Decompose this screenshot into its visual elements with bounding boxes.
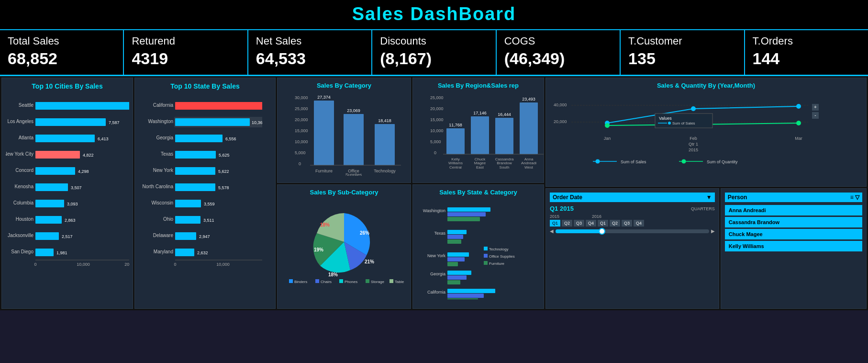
svg-text:Storage: Storage [371, 280, 385, 284]
svg-rect-24 [446, 128, 465, 154]
quarters-label: QUARTERS [691, 206, 715, 211]
svg-text:New York City: New York City [6, 151, 33, 157]
svg-text:18%: 18% [328, 272, 338, 277]
svg-text:3,093: 3,093 [67, 202, 78, 206]
q2-2016-btn[interactable]: Q2 [610, 220, 620, 227]
svg-text:Magee: Magee [474, 161, 486, 165]
kpi-value-0: 68,852 [8, 49, 115, 68]
svg-text:3,511: 3,511 [203, 218, 214, 223]
svg-text:Sum of Quantity: Sum of Quantity [707, 159, 738, 164]
svg-text:21%: 21% [365, 259, 374, 264]
sales-by-subcategory-panel: Sales By Sub-Category 26% 21% 18% 19% 18 [277, 184, 411, 309]
person-item-0[interactable]: Anna Andreadi [725, 205, 862, 216]
svg-text:26%: 26% [360, 230, 369, 236]
q1-2016-btn[interactable]: Q1 [598, 220, 608, 227]
svg-text:Columbia: Columbia [13, 200, 34, 205]
svg-text:10,000: 10,000 [77, 262, 90, 267]
top-cities-chart: Seattle 10,313 Los Angeles 7,587 Atlanta… [6, 93, 129, 280]
svg-rect-99 [175, 200, 201, 207]
kpi-card-6: T.Orders 144 [745, 30, 868, 75]
svg-rect-10 [344, 114, 364, 165]
sales-by-category-panel: Sales By Category 30,000 25,000 20,000 1… [277, 78, 411, 183]
svg-text:20,000: 20,000 [430, 106, 444, 111]
kpi-card-1: Returend 4319 [124, 30, 248, 75]
sales-by-region-chart: 25,000 20,000 15,000 10,000 5,000 0 11,7… [417, 92, 548, 176]
svg-point-119 [691, 106, 696, 111]
person-filter-title: Person ≡ ▽ [725, 193, 862, 202]
svg-text:North Carolina: North Carolina [143, 184, 174, 189]
q4-2015-btn[interactable]: Q4 [586, 220, 596, 227]
svg-rect-153 [339, 279, 343, 283]
kpi-row: Total Sales 68,852 Returend 4319 Net Sal… [0, 30, 868, 76]
person-item-2[interactable]: Chuck Magee [725, 229, 862, 239]
svg-rect-178 [447, 298, 478, 299]
svg-text:Furniture: Furniture [315, 169, 333, 173]
svg-text:Seattle: Seattle [19, 102, 34, 108]
q3-2016-btn[interactable]: Q3 [622, 220, 632, 227]
svg-text:Williams: Williams [448, 161, 463, 165]
date-slider-row[interactable]: ◀ ▶ [550, 228, 715, 234]
svg-text:Washington: Washington [148, 119, 173, 124]
order-date-filter-title: Order Date ▼ [550, 193, 715, 202]
svg-text:15,000: 15,000 [295, 128, 308, 133]
person-item-1[interactable]: Cassandra Brandow [725, 217, 862, 227]
page-title: Sales DashBoard [0, 4, 868, 24]
svg-text:5,000: 5,000 [295, 150, 306, 155]
svg-text:23,493: 23,493 [522, 97, 535, 102]
svg-rect-187 [484, 261, 488, 265]
subcategory-pie-chart: 26% 21% 18% 19% 18% Binders Chairs Phone… [284, 199, 404, 285]
svg-text:27,374: 27,374 [317, 95, 331, 100]
q3-2015-btn[interactable]: Q3 [574, 220, 584, 227]
svg-text:0: 0 [434, 150, 436, 155]
q4-2016-btn[interactable]: Q4 [634, 220, 644, 227]
top-cities-title: Top 10 Cities By Sales [6, 82, 129, 91]
svg-text:Qtr 1: Qtr 1 [689, 142, 698, 147]
kpi-card-2: Net Sales 64,533 [248, 30, 372, 75]
svg-rect-90 [175, 151, 216, 159]
svg-text:San Diego: San Diego [11, 249, 33, 254]
right-column: Sales & Quantity By (Year,Month) 40,000 … [545, 78, 867, 309]
svg-text:Supplies: Supplies [345, 172, 362, 176]
svg-text:0: 0 [34, 262, 36, 267]
svg-text:16,444: 16,444 [498, 112, 511, 117]
kpi-card-0: Total Sales 68,852 [0, 30, 124, 75]
kpi-label-1: Returend [132, 35, 239, 47]
sales-quantity-title: Sales & Quantity By (Year,Month) [550, 82, 862, 89]
svg-text:Technology: Technology [374, 169, 396, 173]
svg-text:6,413: 6,413 [98, 136, 109, 141]
svg-text:South: South [500, 165, 510, 170]
selected-quarter[interactable]: Q1 2015 [550, 205, 574, 212]
main-area: Sales By Category 30,000 25,000 20,000 1… [0, 76, 868, 310]
kpi-value-6: 144 [753, 49, 860, 68]
kpi-value-1: 4319 [132, 49, 239, 68]
svg-text:Tables: Tables [395, 280, 404, 284]
svg-text:20,000: 20,000 [295, 117, 308, 122]
svg-text:4,822: 4,822 [83, 153, 94, 158]
person-filter: Person ≡ ▽ Anna AndreadiCassandra Brando… [721, 188, 867, 309]
svg-text:10,000: 10,000 [295, 139, 308, 144]
svg-rect-160 [447, 207, 490, 212]
svg-text:5,578: 5,578 [218, 185, 229, 190]
svg-rect-174 [447, 280, 460, 284]
svg-text:15,000: 15,000 [430, 117, 444, 122]
svg-text:Texas: Texas [161, 151, 173, 157]
quarter-buttons[interactable]: Q1 Q2 Q3 Q4 Q1 Q2 Q3 Q4 [550, 220, 715, 227]
q1-2015-btn[interactable]: Q1 [550, 220, 560, 227]
kpi-card-4: COGS (46,349) [497, 30, 621, 75]
svg-rect-185 [484, 254, 488, 258]
svg-text:East: East [476, 165, 484, 170]
svg-rect-157 [389, 279, 393, 283]
date-slider-track[interactable] [556, 229, 709, 233]
q2-2015-btn[interactable]: Q2 [562, 220, 572, 227]
svg-text:2015: 2015 [689, 147, 698, 152]
svg-text:Georgia: Georgia [156, 135, 173, 140]
person-list: Anna AndreadiCassandra BrandowChuck Mage… [725, 205, 862, 251]
person-item-3[interactable]: Kelly Williams [725, 241, 862, 251]
svg-rect-108 [175, 249, 194, 256]
svg-text:23,069: 23,069 [347, 108, 360, 113]
svg-text:2,632: 2,632 [197, 250, 208, 255]
svg-text:20,000: 20,000 [124, 262, 129, 267]
svg-text:30,000: 30,000 [295, 95, 308, 100]
svg-text:New York: New York [427, 253, 446, 258]
svg-text:West: West [524, 165, 534, 170]
